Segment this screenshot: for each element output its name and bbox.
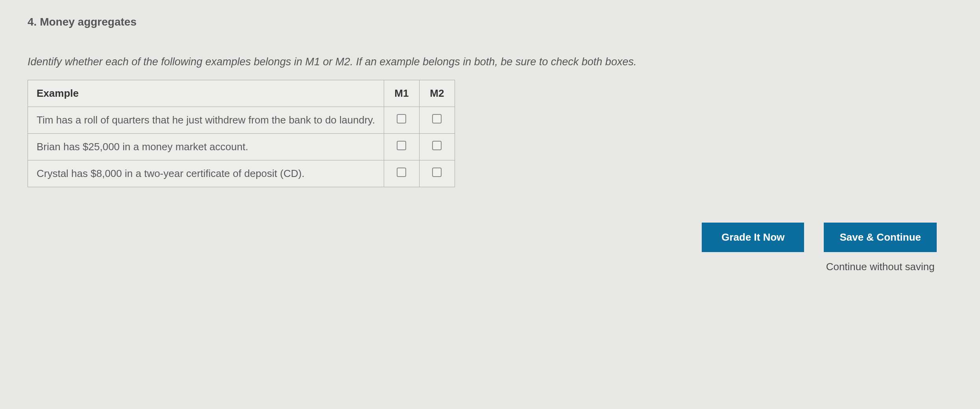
example-text: Brian has $25,000 in a money market acco… <box>28 134 384 160</box>
question-title: 4. Money aggregates <box>28 16 952 28</box>
continue-without-saving-link[interactable]: Continue without saving <box>826 261 935 273</box>
table-row: Crystal has $8,000 in a two-year certifi… <box>28 160 455 187</box>
checkbox-row3-m2[interactable] <box>432 168 442 177</box>
checkbox-row2-m2[interactable] <box>432 141 442 150</box>
question-instructions: Identify whether each of the following e… <box>28 56 952 68</box>
checkbox-row1-m1[interactable] <box>397 114 406 123</box>
grade-button[interactable]: Grade It Now <box>702 223 804 252</box>
header-example: Example <box>28 80 384 107</box>
save-continue-button[interactable]: Save & Continue <box>824 223 937 252</box>
header-m1: M1 <box>384 80 419 107</box>
action-area: Grade It Now Save & Continue Continue wi… <box>28 223 952 273</box>
checkbox-row3-m1[interactable] <box>397 168 406 177</box>
example-text: Tim has a roll of quarters that he just … <box>28 107 384 134</box>
example-text: Crystal has $8,000 in a two-year certifi… <box>28 160 384 187</box>
header-m2: M2 <box>419 80 455 107</box>
checkbox-row1-m2[interactable] <box>432 114 442 123</box>
question-table: Example M1 M2 Tim has a roll of quarters… <box>28 80 455 187</box>
checkbox-row2-m1[interactable] <box>397 141 406 150</box>
table-row: Tim has a roll of quarters that he just … <box>28 107 455 134</box>
table-row: Brian has $25,000 in a money market acco… <box>28 134 455 160</box>
